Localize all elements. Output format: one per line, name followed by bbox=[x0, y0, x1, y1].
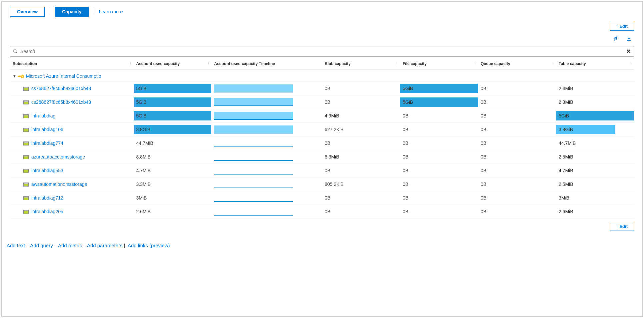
table-capacity-cell: 2.5MiB bbox=[556, 150, 634, 164]
table-header-row: Subscription↑↓ Account used capacity↑↓ A… bbox=[10, 57, 634, 70]
queue-capacity-cell: 0B bbox=[478, 123, 556, 136]
storage-account-link[interactable]: infralabdiag106 bbox=[31, 127, 63, 132]
edit-row-top: ↑ Edit bbox=[2, 20, 642, 32]
storage-account-icon bbox=[23, 114, 29, 118]
timeline-cell bbox=[211, 82, 322, 95]
tab-separator bbox=[94, 8, 94, 16]
svg-point-0 bbox=[14, 50, 16, 52]
storage-account-icon bbox=[23, 196, 29, 200]
used-capacity-cell: 5GiB bbox=[134, 82, 212, 95]
table-capacity-cell: 2.6MiB bbox=[556, 205, 634, 219]
used-capacity-cell: 3.8GiB bbox=[134, 123, 212, 136]
pin-icon[interactable] bbox=[612, 35, 619, 42]
blob-capacity-cell: 6.3MiB bbox=[322, 150, 400, 164]
queue-capacity-cell: 0B bbox=[478, 150, 556, 164]
edit-button[interactable]: ↑ Edit bbox=[610, 22, 634, 31]
chart-actions bbox=[2, 32, 642, 44]
blob-capacity-cell: 0B bbox=[322, 136, 400, 150]
used-capacity-cell: 5GiB bbox=[134, 95, 212, 109]
timeline-cell bbox=[211, 178, 322, 191]
table-row: infralabdiag1063.8GiB627.2KiB0B0B3.8GiB bbox=[10, 123, 634, 136]
col-queue[interactable]: Queue capacity↑↓ bbox=[478, 57, 556, 70]
storage-account-icon bbox=[23, 100, 29, 104]
storage-account-link[interactable]: infralabdiag712 bbox=[31, 195, 63, 201]
download-icon[interactable] bbox=[626, 35, 632, 42]
table-capacity-cell: 44.7MiB bbox=[556, 136, 634, 150]
table-capacity-cell: 4.7MiB bbox=[556, 164, 634, 178]
subscription-group-row[interactable]: ▼ 🔑 Microsoft Azure Internal Consumptio bbox=[10, 70, 634, 82]
table-row: azureautoacctomsstorage8.8MiB6.3MiB0B0B2… bbox=[10, 150, 634, 164]
queue-capacity-cell: 0B bbox=[478, 82, 556, 95]
storage-account-link[interactable]: infralabdiag205 bbox=[31, 209, 63, 214]
table-row: cs768627f8c65b8x4601xb485GiB0B5GiB0B2.4M… bbox=[10, 82, 634, 95]
col-timeline[interactable]: Account used capacity Timeline bbox=[211, 57, 322, 70]
storage-account-link[interactable]: azureautoacctomsstorage bbox=[31, 154, 85, 160]
top-tab-bar: Overview Capacity Learn more bbox=[2, 2, 642, 20]
storage-account-link[interactable]: cs768627f8c65b8x4601xb48 bbox=[31, 86, 91, 91]
storage-account-icon bbox=[23, 141, 29, 145]
tab-capacity[interactable]: Capacity bbox=[55, 7, 88, 17]
col-file[interactable]: File capacity↑↓ bbox=[400, 57, 478, 70]
used-capacity-cell: 2.6MiB bbox=[134, 205, 212, 219]
file-capacity-cell: 5GiB bbox=[400, 82, 478, 95]
timeline-cell bbox=[211, 109, 322, 123]
queue-capacity-cell: 0B bbox=[478, 164, 556, 178]
queue-capacity-cell: 0B bbox=[478, 178, 556, 191]
search-input[interactable] bbox=[20, 49, 626, 54]
caret-down-icon: ▼ bbox=[13, 74, 16, 78]
storage-account-link[interactable]: infralabdiag553 bbox=[31, 168, 63, 173]
capacity-table: Subscription↑↓ Account used capacity↑↓ A… bbox=[10, 57, 634, 219]
storage-account-icon bbox=[23, 183, 29, 187]
blob-capacity-cell: 0B bbox=[322, 95, 400, 109]
timeline-cell bbox=[211, 205, 322, 219]
add-links-link[interactable]: Add links (preview) bbox=[128, 243, 170, 248]
col-blob[interactable]: Blob capacity↑↓ bbox=[322, 57, 400, 70]
blob-capacity-cell: 627.2KiB bbox=[322, 123, 400, 136]
table-row: infralabdiag5GiB4.9MiB0B0B5GiB bbox=[10, 109, 634, 123]
blob-capacity-cell: 0B bbox=[322, 205, 400, 219]
queue-capacity-cell: 0B bbox=[478, 109, 556, 123]
add-query-link[interactable]: Add query bbox=[30, 243, 53, 248]
table-capacity-cell: 3.8GiB bbox=[556, 123, 634, 136]
file-capacity-cell: 0B bbox=[400, 205, 478, 219]
edit-row-bottom: ↑ Edit bbox=[2, 219, 642, 236]
storage-account-link[interactable]: cs268627f8c65b8x4601xb48 bbox=[31, 99, 91, 105]
timeline-cell bbox=[211, 150, 322, 164]
add-text-link[interactable]: Add text bbox=[7, 243, 25, 248]
used-capacity-cell: 4.7MiB bbox=[134, 164, 212, 178]
add-metric-link[interactable]: Add metric bbox=[58, 243, 82, 248]
storage-account-icon bbox=[23, 128, 29, 132]
search-clear-icon[interactable]: ✕ bbox=[626, 48, 631, 55]
tab-overview[interactable]: Overview bbox=[10, 7, 45, 17]
used-capacity-cell: 5GiB bbox=[134, 109, 212, 123]
blob-capacity-cell: 0B bbox=[322, 191, 400, 205]
col-table[interactable]: Table capacity↑↓ bbox=[556, 57, 634, 70]
file-capacity-cell: 0B bbox=[400, 178, 478, 191]
storage-account-icon bbox=[23, 87, 29, 91]
storage-account-icon bbox=[23, 210, 29, 214]
file-capacity-cell: 0B bbox=[400, 150, 478, 164]
storage-account-icon bbox=[23, 155, 29, 159]
col-subscription[interactable]: Subscription↑↓ bbox=[10, 57, 134, 70]
timeline-cell bbox=[211, 191, 322, 205]
storage-account-icon bbox=[23, 169, 29, 173]
edit-button[interactable]: ↑ Edit bbox=[610, 222, 634, 231]
learn-more-link[interactable]: Learn more bbox=[99, 9, 123, 14]
file-capacity-cell: 0B bbox=[400, 123, 478, 136]
search-box[interactable]: ✕ bbox=[10, 46, 634, 57]
table-row: cs268627f8c65b8x4601xb485GiB0B5GiB0B2.3M… bbox=[10, 95, 634, 109]
storage-account-link[interactable]: awsautomationomsstorage bbox=[31, 182, 87, 187]
col-account-used[interactable]: Account used capacity↑↓ bbox=[134, 57, 212, 70]
timeline-cell bbox=[211, 123, 322, 136]
table-row: infralabdiag7123MiB0B0B0B3MiB bbox=[10, 191, 634, 205]
subscription-link[interactable]: Microsoft Azure Internal Consumptio bbox=[26, 73, 101, 79]
file-capacity-cell: 0B bbox=[400, 109, 478, 123]
storage-account-link[interactable]: infralabdiag774 bbox=[31, 140, 63, 146]
file-capacity-cell: 5GiB bbox=[400, 95, 478, 109]
blob-capacity-cell: 0B bbox=[322, 164, 400, 178]
add-parameters-link[interactable]: Add parameters bbox=[87, 243, 123, 248]
storage-account-link[interactable]: infralabdiag bbox=[31, 113, 55, 118]
search-icon bbox=[13, 49, 18, 54]
blob-capacity-cell: 4.9MiB bbox=[322, 109, 400, 123]
svg-line-1 bbox=[16, 52, 17, 53]
